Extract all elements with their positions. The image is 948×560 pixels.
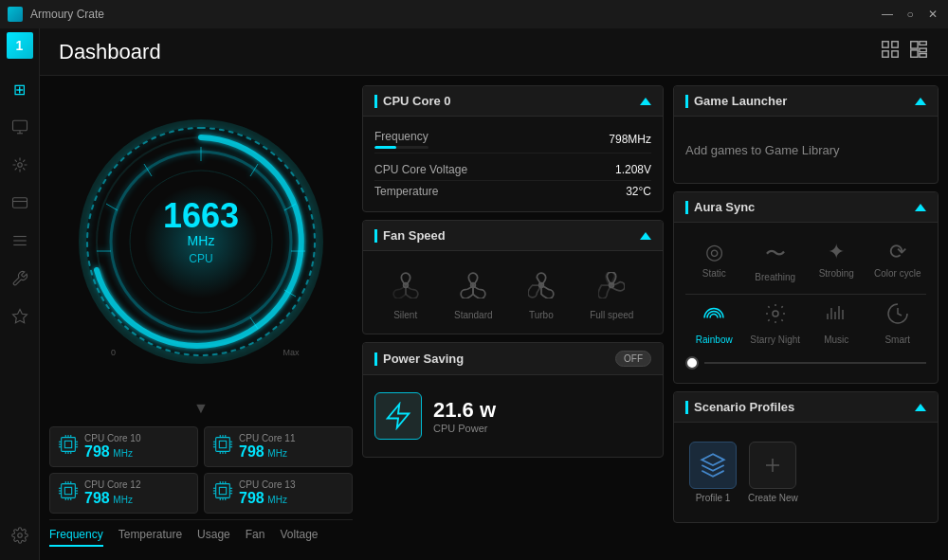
core-item-2: CPU Core 12 798 MHz bbox=[49, 473, 198, 514]
sidebar-item-dashboard[interactable]: ⊞ bbox=[3, 72, 37, 106]
aura-colorcycle[interactable]: ⟳ Color cycle bbox=[869, 240, 927, 282]
scenario-profiles-body: Profile 1 Create New bbox=[674, 423, 938, 522]
aura-smart-label: Smart bbox=[884, 334, 910, 345]
svg-rect-0 bbox=[12, 120, 27, 131]
tab-voltage[interactable]: Voltage bbox=[280, 528, 318, 547]
svg-marker-9 bbox=[12, 310, 27, 323]
sidebar-item-device[interactable] bbox=[3, 148, 37, 182]
aura-strobing[interactable]: ✦ Strobing bbox=[808, 240, 866, 282]
sidebar-item-tools[interactable] bbox=[3, 224, 37, 258]
sidebar-item-storage[interactable] bbox=[3, 186, 37, 220]
core-freq-display-0: 798 MHz bbox=[84, 443, 140, 461]
gauge-unit: MHz bbox=[163, 233, 239, 248]
sidebar-item-monitor[interactable] bbox=[3, 110, 37, 144]
tab-temperature[interactable]: Temperature bbox=[118, 528, 182, 547]
core-item-1: CPU Core 11 798 MHz bbox=[204, 426, 353, 467]
maximize-button[interactable]: ○ bbox=[902, 8, 918, 21]
power-info: 21.6 w CPU Power bbox=[433, 398, 496, 434]
aura-breathing[interactable]: 〜 Breathing bbox=[747, 240, 805, 282]
aura-starrynight-label: Starry Night bbox=[750, 334, 800, 345]
cpu-core0-card: CPU Core 0 Frequency 798MHz bbox=[362, 85, 664, 212]
gauge-container: Max 0 1663 MHz CPU bbox=[68, 109, 334, 374]
fan-mode-standard[interactable]: Standard bbox=[454, 272, 493, 320]
power-saving-toggle[interactable]: OFF bbox=[615, 351, 651, 367]
list-view-icon[interactable] bbox=[908, 39, 929, 64]
svg-point-3 bbox=[17, 163, 22, 168]
sidebar-item-tag[interactable] bbox=[3, 299, 37, 334]
minimize-button[interactable]: — bbox=[880, 8, 895, 21]
svg-rect-65 bbox=[64, 487, 71, 494]
fan-mode-silent[interactable]: Silent bbox=[392, 272, 419, 320]
aura-row2: Rainbow Starry Night bbox=[685, 294, 926, 352]
gauge-center: 1663 MHz CPU bbox=[163, 199, 239, 265]
grid-view-icon[interactable] bbox=[880, 39, 901, 64]
fan-silent-label: Silent bbox=[393, 310, 417, 320]
core-cpu-icon-1 bbox=[212, 434, 233, 460]
sidebar-item-settings[interactable] bbox=[3, 518, 37, 552]
aura-smart-icon bbox=[886, 302, 909, 331]
profile-create-new[interactable]: Create New bbox=[748, 442, 798, 503]
cpu-core0-body: Frequency 798MHz CPU Core Voltage 1.208V bbox=[363, 117, 663, 211]
profile-item-1[interactable]: Profile 1 bbox=[689, 442, 737, 503]
aura-music[interactable]: Music bbox=[808, 302, 866, 345]
fan-speed-header: Fan Speed bbox=[363, 221, 663, 251]
aura-static[interactable]: ◎ Static bbox=[685, 240, 743, 282]
svg-text:Max: Max bbox=[283, 348, 300, 357]
fan-mode-full[interactable]: Full speed bbox=[590, 272, 633, 320]
aura-smart[interactable]: Smart bbox=[869, 302, 927, 345]
scenario-profiles-card: Scenario Profiles bbox=[673, 391, 939, 523]
aura-breathing-label: Breathing bbox=[755, 272, 795, 282]
content: Dashboard bbox=[40, 28, 948, 560]
aura-strobing-label: Strobing bbox=[819, 268, 854, 279]
game-launcher-placeholder: Add games to Game Library bbox=[685, 143, 840, 157]
frequency-label: Frequency bbox=[374, 130, 428, 149]
close-button[interactable]: ✕ bbox=[925, 8, 940, 21]
game-launcher-title: Game Launcher bbox=[685, 94, 787, 108]
svg-rect-17 bbox=[911, 50, 918, 57]
fan-speed-title: Fan Speed bbox=[374, 228, 446, 243]
core-freq-display-3: 798 MHz bbox=[239, 490, 295, 507]
gauge-label: CPU bbox=[163, 252, 239, 265]
titlebar-controls: — ○ ✕ bbox=[880, 8, 940, 21]
aura-slider[interactable] bbox=[685, 352, 926, 373]
fan-full-label: Full speed bbox=[590, 310, 633, 320]
scenario-profiles-header: Scenario Profiles bbox=[674, 392, 938, 423]
aura-sync-title: Aura Sync bbox=[685, 200, 755, 214]
power-saving-header: Power Saving OFF bbox=[363, 343, 663, 375]
core-freq-0: 798 bbox=[84, 443, 110, 460]
fan-mode-turbo[interactable]: Turbo bbox=[528, 272, 555, 320]
frequency-row: Frequency 798MHz bbox=[374, 126, 651, 154]
svg-rect-15 bbox=[911, 42, 918, 48]
core-freq-unit-3: MHz bbox=[267, 495, 287, 505]
fan-standard-icon bbox=[460, 272, 486, 304]
aura-slider-dot bbox=[685, 356, 699, 370]
core-item-0: CPU Core 10 798 MHz bbox=[49, 426, 198, 467]
frequency-bar bbox=[374, 146, 428, 149]
svg-text:0: 0 bbox=[111, 348, 116, 357]
tab-frequency[interactable]: Frequency bbox=[49, 528, 103, 547]
sidebar-item-wrench[interactable] bbox=[3, 262, 37, 296]
bottom-tabs: Frequency Temperature Usage Fan Voltage bbox=[49, 519, 353, 551]
cpu-core0-chevron bbox=[640, 98, 651, 105]
svg-rect-37 bbox=[64, 441, 71, 447]
titlebar: Armoury Crate — ○ ✕ bbox=[0, 0, 948, 28]
aura-rainbow[interactable]: Rainbow bbox=[685, 302, 743, 345]
header-icons bbox=[880, 39, 929, 64]
game-launcher-chevron bbox=[915, 98, 926, 105]
aura-starrynight[interactable]: Starry Night bbox=[747, 302, 805, 345]
right-panel: Game Launcher Add games to Game Library … bbox=[673, 85, 939, 551]
tab-usage[interactable]: Usage bbox=[197, 528, 230, 547]
aura-sync-header: Aura Sync bbox=[674, 192, 938, 223]
svg-rect-11 bbox=[883, 42, 888, 47]
svg-rect-64 bbox=[62, 484, 76, 498]
cpu-core0-title: CPU Core 0 bbox=[374, 94, 451, 108]
power-sublabel: CPU Power bbox=[433, 423, 496, 434]
fan-full-icon bbox=[598, 272, 625, 304]
aura-sync-body: ◎ Static 〜 Breathing ✦ Strobing bbox=[674, 223, 938, 383]
svg-rect-79 bbox=[219, 487, 226, 494]
fan-turbo-label: Turbo bbox=[529, 310, 554, 320]
core-freq-1: 798 bbox=[239, 443, 264, 460]
svg-point-97 bbox=[773, 311, 778, 316]
tab-fan[interactable]: Fan bbox=[246, 528, 265, 547]
sidebar-logo[interactable]: 1 bbox=[7, 32, 33, 59]
